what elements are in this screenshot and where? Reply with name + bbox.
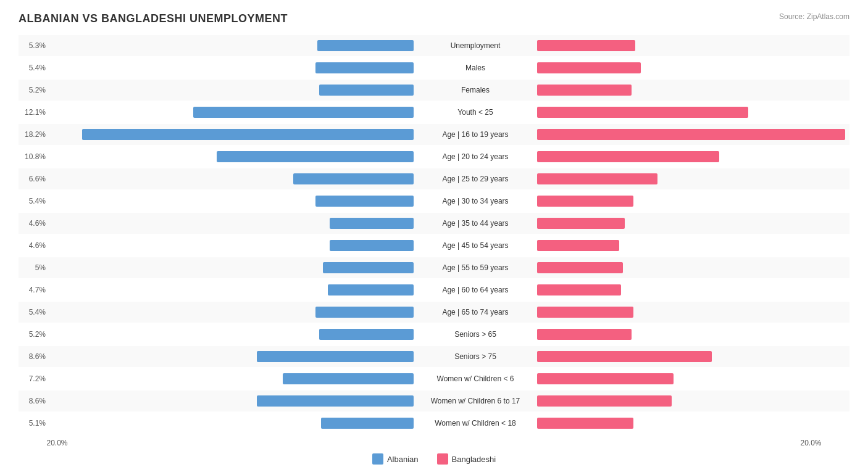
bar-blue: [319, 329, 414, 340]
table-row: 10.8% Age | 20 to 24 years 10%: [19, 146, 849, 167]
left-value: 5%: [19, 263, 49, 272]
left-value: 12.1%: [19, 108, 49, 117]
right-bar-area: [537, 262, 868, 273]
left-bar-area: [49, 373, 414, 384]
bar-blue: [319, 85, 414, 96]
bar-blue: [257, 351, 414, 362]
chart-container: ALBANIAN VS BANGLADESHI UNEMPLOYMENT Sou…: [0, 0, 868, 467]
bar-pink: [537, 373, 674, 384]
table-row: 5.2% Females 5.2%: [19, 80, 849, 101]
legend-bangladeshi: Bangladeshi: [437, 453, 496, 465]
left-bar-area: [49, 351, 414, 362]
right-bar-area: [537, 40, 868, 51]
table-row: 5.4% Age | 30 to 34 years 5.3%: [19, 191, 849, 212]
right-bar-area: [537, 173, 868, 184]
bar-blue: [323, 262, 414, 273]
row-label: Males: [414, 64, 537, 72]
right-bar-area: [537, 373, 868, 384]
table-row: 5% Age | 55 to 59 years 4.7%: [19, 257, 849, 278]
left-value: 6.6%: [19, 175, 49, 183]
left-value: 18.2%: [19, 130, 49, 139]
row-label: Unemployment: [414, 41, 537, 50]
row-label: Women w/ Children < 18: [414, 419, 537, 428]
left-bar-area: [49, 329, 414, 340]
row-label: Age | 55 to 59 years: [414, 263, 537, 272]
legend-albanian: Albanian: [372, 453, 419, 465]
left-bar-area: [49, 218, 414, 229]
left-value: 5.3%: [19, 41, 49, 50]
left-value: 5.4%: [19, 64, 49, 72]
row-label: Seniors > 65: [414, 330, 537, 339]
legend: Albanian Bangladeshi: [19, 453, 849, 465]
bar-pink: [537, 307, 633, 318]
left-bar-area: [49, 85, 414, 96]
legend-albanian-label: Albanian: [387, 455, 419, 464]
left-bar-area: [49, 107, 414, 118]
bar-blue: [330, 218, 414, 229]
axis-row: 20.0% 20.0%: [19, 439, 849, 447]
left-value: 5.2%: [19, 86, 49, 94]
bar-pink: [537, 85, 632, 96]
right-bar-area: [537, 129, 868, 140]
right-bar-area: [537, 240, 868, 251]
bar-blue: [257, 395, 414, 407]
right-bar-area: [537, 418, 868, 429]
left-value: 5.1%: [19, 419, 49, 428]
left-bar-area: [49, 395, 414, 407]
bar-blue: [82, 129, 414, 140]
table-row: 18.2% Age | 16 to 19 years 16.9%: [19, 124, 849, 145]
legend-bangladeshi-label: Bangladeshi: [452, 455, 496, 464]
table-row: 4.6% Age | 35 to 44 years 4.8%: [19, 213, 849, 234]
bar-pink: [537, 129, 845, 140]
bar-blue: [315, 196, 414, 207]
bar-blue: [293, 173, 414, 184]
table-row: 5.2% Seniors > 65 5.2%: [19, 324, 849, 345]
bar-blue: [315, 62, 414, 73]
table-row: 8.6% Women w/ Children 6 to 17 7.4%: [19, 391, 849, 411]
row-label: Age | 65 to 74 years: [414, 308, 537, 316]
row-label: Age | 16 to 19 years: [414, 130, 537, 139]
table-row: 5.4% Males 5.7%: [19, 57, 849, 78]
right-bar-area: [537, 218, 868, 229]
bar-pink: [537, 284, 621, 295]
left-value: 5.2%: [19, 330, 49, 339]
table-row: 4.6% Age | 45 to 54 years 4.5%: [19, 235, 849, 256]
left-bar-area: [49, 284, 414, 295]
bar-blue: [321, 418, 414, 429]
right-bar-area: [537, 85, 868, 96]
left-bar-area: [49, 418, 414, 429]
right-bar-area: [537, 107, 868, 118]
left-value: 4.6%: [19, 241, 49, 250]
bar-blue: [328, 284, 414, 295]
right-bar-area: [537, 151, 868, 162]
table-row: 5.1% Women w/ Children < 18 5.3%: [19, 413, 849, 434]
table-row: 4.7% Age | 60 to 64 years 4.6%: [19, 279, 849, 300]
bar-blue: [330, 240, 414, 251]
left-value: 4.7%: [19, 286, 49, 294]
bar-pink: [537, 196, 633, 207]
bar-pink: [537, 240, 619, 251]
chart-source: Source: ZipAtlas.com: [779, 12, 849, 21]
left-bar-area: [49, 196, 414, 207]
chart-title: ALBANIAN VS BANGLADESHI UNEMPLOYMENT: [19, 12, 849, 25]
table-row: 7.2% Women w/ Children < 6 7.5%: [19, 368, 849, 389]
bar-blue: [317, 40, 414, 51]
left-bar-area: [49, 62, 414, 73]
left-value: 10.8%: [19, 152, 49, 161]
right-bar-area: [537, 196, 868, 207]
left-bar-area: [49, 262, 414, 273]
table-row: 8.6% Seniors > 75 9.6%: [19, 346, 849, 367]
left-value: 8.6%: [19, 352, 49, 361]
left-value: 7.2%: [19, 374, 49, 383]
left-value: 4.6%: [19, 219, 49, 228]
left-bar-area: [49, 173, 414, 184]
row-label: Age | 45 to 54 years: [414, 241, 537, 250]
bar-pink: [537, 218, 625, 229]
right-bar-area: [537, 351, 868, 362]
right-bar-area: [537, 284, 868, 295]
bar-pink: [537, 418, 633, 429]
row-label: Seniors > 75: [414, 352, 537, 361]
left-value: 8.6%: [19, 397, 49, 405]
bar-pink: [537, 329, 632, 340]
right-bar-area: [537, 62, 868, 73]
